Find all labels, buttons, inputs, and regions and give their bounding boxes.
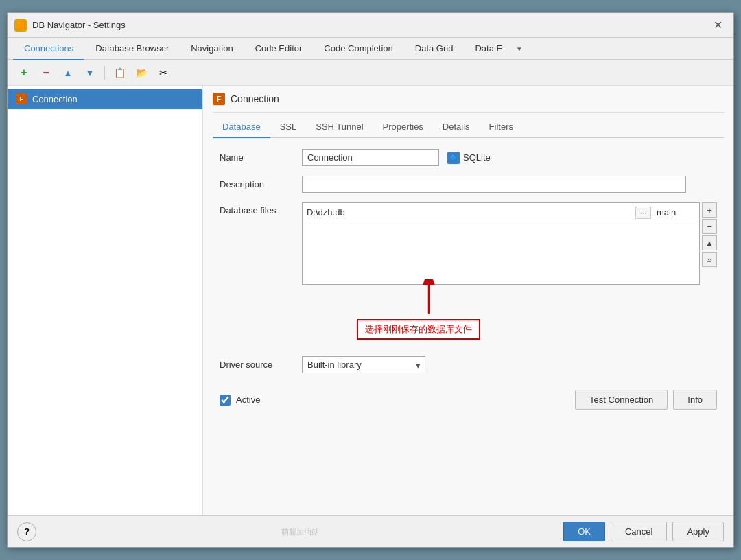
toolbar: + − ▲ ▼ 📋 📂 ✂ <box>8 60 733 86</box>
cancel-button[interactable]: Cancel <box>611 522 667 541</box>
active-label: Active <box>236 395 260 405</box>
name-row: Name 🔷 SQLite <box>220 149 717 166</box>
annotation-box: 选择刚刚保存的数据库文件 <box>357 319 480 340</box>
db-file-alias: main <box>654 206 695 219</box>
inner-tab-ssh-tunnel[interactable]: SSH Tunnel <box>306 117 373 138</box>
watermark: 萌新加油站 <box>281 528 319 536</box>
remove-connection-button[interactable]: − <box>36 64 56 82</box>
bottom-bar: ? 萌新加油站 OK Cancel Apply <box>8 515 733 547</box>
test-connection-button[interactable]: Test Connection <box>575 390 668 410</box>
annotation-arrow <box>415 279 443 319</box>
db-file-row: D:\dzh.db ··· main <box>303 203 699 222</box>
driver-source-select-wrapper: Built-in library External library <box>302 356 425 373</box>
title-bar: 🟧 DB Navigator - Settings ✕ <box>8 13 733 38</box>
inner-tab-filters[interactable]: Filters <box>480 117 523 138</box>
ok-button[interactable]: OK <box>563 522 605 541</box>
description-row: Description <box>220 176 717 193</box>
detail-panel: F Connection Database SSL SSH Tunnel Pro… <box>203 86 733 515</box>
sidebar-item-label: Connection <box>32 94 78 104</box>
main-content: F Connection F Connection Database SSL S… <box>8 86 733 515</box>
sidebar: F Connection <box>8 86 203 515</box>
tab-database-browser[interactable]: Database Browser <box>84 38 180 60</box>
info-button[interactable]: Info <box>673 390 717 410</box>
description-label: Description <box>220 179 302 189</box>
connection-icon: F <box>16 93 27 104</box>
driver-source-select[interactable]: Built-in library External library <box>302 356 425 373</box>
apply-button[interactable]: Apply <box>672 522 724 541</box>
name-label: Name <box>220 152 302 163</box>
app-icon: 🟧 <box>14 19 27 32</box>
move-up-button[interactable]: ▲ <box>58 64 78 82</box>
cut-button[interactable]: ✂ <box>154 64 173 82</box>
inner-tab-properties[interactable]: Properties <box>373 117 433 138</box>
title-bar-left: 🟧 DB Navigator - Settings <box>14 19 126 32</box>
active-checkbox[interactable] <box>220 395 231 406</box>
tab-code-completion[interactable]: Code Completion <box>313 38 403 60</box>
db-file-up-button[interactable]: ▲ <box>702 235 717 250</box>
add-connection-button[interactable]: + <box>14 64 34 82</box>
window-title: DB Navigator - Settings <box>32 20 126 30</box>
detail-header: F Connection <box>213 93 724 113</box>
sqlite-icon: 🔷 <box>447 152 460 164</box>
action-buttons-row: Test Connection Info <box>575 390 717 410</box>
copy-button[interactable]: 📋 <box>110 64 129 82</box>
driver-source-row: Driver source Built-in library External … <box>220 356 717 373</box>
db-file-remove-button[interactable]: − <box>702 219 717 234</box>
description-input[interactable] <box>302 176 686 193</box>
tab-connections[interactable]: Connections <box>13 38 84 60</box>
sqlite-label: SQLite <box>463 152 491 163</box>
more-tabs-icon[interactable]: ▾ <box>513 39 526 59</box>
bottom-right-buttons: OK Cancel Apply <box>563 522 724 541</box>
inner-tab-ssl[interactable]: SSL <box>270 117 307 138</box>
db-file-path: D:\dzh.db <box>307 207 635 218</box>
help-button[interactable]: ? <box>17 522 36 541</box>
close-button[interactable]: ✕ <box>709 17 727 33</box>
db-files-wrapper: D:\dzh.db ··· main <box>302 202 700 285</box>
db-files-row: Database files D:\dzh.db ··· main <box>220 202 717 285</box>
db-files-label: Database files <box>220 202 302 215</box>
inner-tab-database[interactable]: Database <box>213 117 270 138</box>
detail-header-icon: F <box>213 93 225 105</box>
watermark-area: 萌新加油站 <box>281 526 319 537</box>
detail-header-title: Connection <box>231 93 279 104</box>
annotation-text: 选择刚刚保存的数据库文件 <box>365 324 472 334</box>
main-window: 🟧 DB Navigator - Settings ✕ Connections … <box>7 12 734 548</box>
form-area: Name 🔷 SQLite Description <box>213 149 724 509</box>
db-files-side-buttons: + − ▲ » <box>702 202 717 267</box>
db-files-container: D:\dzh.db ··· main <box>302 202 700 285</box>
db-file-down-button[interactable]: » <box>702 252 717 267</box>
tab-data-grid[interactable]: Data Grid <box>404 38 464 60</box>
paste-button[interactable]: 📂 <box>132 64 151 82</box>
tab-code-editor[interactable]: Code Editor <box>244 38 314 60</box>
db-file-add-button[interactable]: + <box>702 202 717 218</box>
inner-tab-details[interactable]: Details <box>433 117 480 138</box>
tab-data-e[interactable]: Data E <box>464 38 513 60</box>
sqlite-badge: 🔷 SQLite <box>447 152 491 164</box>
active-row: Active Test Connection Info <box>220 383 717 410</box>
toolbar-separator-1 <box>104 66 105 80</box>
tab-navigation[interactable]: Navigation <box>180 38 244 60</box>
main-tab-bar: Connections Database Browser Navigation … <box>8 38 733 60</box>
move-down-button[interactable]: ▼ <box>80 64 99 82</box>
db-file-browse-button[interactable]: ··· <box>635 207 651 219</box>
inner-tab-bar: Database SSL SSH Tunnel Properties Detai… <box>213 117 724 138</box>
name-input[interactable] <box>302 149 439 166</box>
help-icon: ? <box>24 526 30 537</box>
driver-source-label: Driver source <box>220 360 302 370</box>
sidebar-item-connection[interactable]: F Connection <box>8 89 202 109</box>
